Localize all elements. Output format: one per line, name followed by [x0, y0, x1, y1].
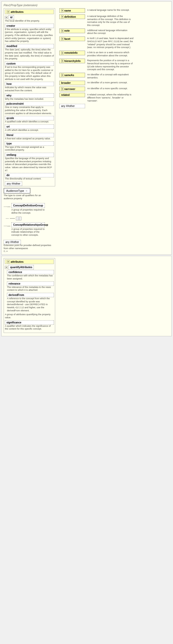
right-label-facet: ≡ facet — [59, 37, 85, 41]
attr-why-label: why — [5, 93, 54, 98]
attr-significance: significance A qualifier which indicates… — [5, 320, 54, 331]
any-other-label: any ##other — [5, 182, 22, 186]
right-desc-note: Additional natural language information … — [87, 29, 134, 35]
right-items-list: ≡ name A natural language name for the c… — [59, 8, 169, 108]
attr-creator-desc: If the attribute is empty, specifies whi… — [5, 28, 54, 43]
attr-id-desc: The local identifier of the property. — [5, 20, 54, 23]
attr-creator: creator If the attribute is empty, speci… — [5, 24, 54, 43]
attr-id: ≡ id The local identifier of the propert… — [5, 15, 54, 23]
narrower-icon: ≡ — [61, 87, 63, 90]
audience-type-row: AudienceType → — [4, 188, 55, 194]
quantify-icon: ≡ — [5, 266, 8, 269]
attr-type: type The type of the concept assigned as… — [5, 141, 54, 152]
bottom-layout: ≡ attributes ≡ quantifyAttributes confid… — [4, 258, 169, 334]
attr-creator-label: creator — [5, 24, 54, 28]
right-desc-narrower: An identifier of a more specific concept… — [87, 87, 128, 90]
main-diagram: Flex1PropType (extension) ≡ attributes ≡ — [1, 1, 172, 255]
concept-rel-row: ⋯ ConceptRelationshipsGroup A group of p… — [4, 222, 55, 237]
attr-uri-label: uri — [5, 124, 54, 129]
attr-custom-label: custom — [5, 61, 54, 66]
right-label-broader: broader — [59, 81, 85, 85]
attr-pubconstraint: pubconstraint One or many constraints th… — [5, 102, 54, 115]
right-label-name: ≡ name — [59, 8, 85, 13]
attr-dir-label: dir — [5, 173, 54, 177]
concept-rel-group-box: ConceptRelationshipsGroup A group of pro… — [11, 222, 45, 237]
right-item-facet: ≡ facet In NAR 1.8 and later, facet is d… — [59, 37, 169, 49]
attr-confidence: confidence The confidence with which the… — [7, 270, 54, 280]
any-other-ext-row: any ##other Extension point for provider… — [4, 240, 55, 252]
sameas-icon: ≡ — [61, 74, 63, 77]
right-item-hierarchyinfo: ≡ hierarchyInfo Represents the position … — [59, 59, 169, 71]
attr-literal: literal A free-text value assigned as pr… — [5, 133, 54, 140]
any-other-ext-label: any ##other — [4, 240, 21, 244]
right-label-narrower: ≡ narrower — [59, 87, 85, 91]
attr-modified-label: modified — [5, 44, 54, 48]
diagram-title: Flex1PropType (extension) — [4, 4, 169, 7]
right-label-anyother: any ##other — [59, 104, 85, 108]
bottom-attributes-section: ≡ attributes ≡ quantifyAttributes confid… — [4, 258, 55, 333]
concept-def-row: ⋯ ConceptDefinitionGroup A group of prop… — [4, 203, 55, 214]
right-item-related: related A related concept, where the rel… — [59, 93, 169, 102]
bottom-attr-icon: ≡ — [7, 260, 10, 263]
quantify-group-desc: A group of attributes quantifying the pr… — [5, 313, 54, 319]
id-icon: ≡ — [5, 16, 8, 19]
attr-qcode-desc: A qualified code which identifies a conc… — [5, 120, 54, 123]
attr-modified-desc: The date (and, optionally, the time) whe… — [5, 48, 54, 60]
right-desc-broader: An identifier of a more generic concept. — [87, 81, 128, 84]
attr-pubconstraint-desc: One or many constraints that apply to pu… — [5, 106, 54, 115]
concept-rel-desc: A group of properties required to indica… — [11, 228, 45, 237]
attributes-header: ≡ attributes — [5, 10, 54, 14]
audience-type-label: AudienceType — [6, 189, 24, 192]
remoteinfo-icon: ≡ — [61, 51, 63, 55]
attr-xmllang-desc: Specifies the language of this property … — [5, 157, 54, 172]
audience-type-arrow: → — [25, 189, 28, 192]
right-item-name: ≡ name A natural language name for the c… — [59, 8, 169, 13]
right-desc-related: A related concept, where the relationshi… — [87, 93, 134, 102]
right-label-related: related — [59, 93, 85, 97]
attributes-section: ≡ attributes ≡ id The local identifier o… — [4, 8, 55, 186]
right-label-hierarchyinfo: ≡ hierarchyInfo — [59, 59, 85, 63]
right-item-broader: broader An identifier of a more generic … — [59, 81, 169, 85]
right-panel: ≡ name A natural language name for the c… — [57, 8, 169, 108]
right-item-sameas: ≡ sameAs An identifier of a concept with… — [59, 73, 169, 79]
attr-literal-desc: A free-text value assigned as property v… — [5, 137, 54, 140]
quantify-group: ≡ quantifyAttributes confidence The conf… — [5, 265, 54, 319]
connector-symbol: ⬜ — [16, 217, 21, 220]
concept-def-group-box: ConceptDefinitionGroup A group of proper… — [11, 203, 45, 214]
bottom-attributes-header: ≡ attributes — [5, 259, 54, 264]
attr-dir: dir The directionality of textual conten… — [5, 173, 54, 180]
attr-literal-label: literal — [5, 133, 54, 137]
definition-icon: ≡ — [61, 15, 63, 18]
any-other-ext-desc: Extension point for provider-defined pro… — [4, 244, 55, 250]
right-item-anyother: any ##other — [59, 104, 169, 108]
concept-groups: ⋯ ConceptDefinitionGroup A group of prop… — [4, 203, 55, 252]
attr-custom: custom If set to true the corresponding … — [5, 61, 54, 81]
attr-relevance: relevance The relevance of the metadata … — [7, 282, 54, 292]
right-item-remoteinfo: ≡ remoteInfo A link to an item or a web … — [59, 51, 169, 57]
right-label-remoteinfo: ≡ remoteInfo — [59, 51, 85, 55]
attr-why: why Why the metadata has been included. — [5, 93, 54, 101]
right-desc-name: A natural language name for the concept. — [87, 8, 130, 12]
attr-qcode-label: qcode — [5, 116, 54, 120]
attr-significance-label: significance — [5, 320, 54, 325]
attr-confidence-label: confidence — [7, 270, 54, 274]
attr-type-label: type — [5, 141, 54, 146]
right-item-note: ≡ note Additional natural language infor… — [59, 29, 169, 35]
attr-uri: uri A URI which identifies a concept. — [5, 124, 54, 132]
attr-modified: modified The date (and, optionally, the … — [5, 44, 54, 60]
attr-how-desc: Indicates by which means the value was e… — [5, 86, 54, 92]
attr-derivedfrom-desc: A reference to the concept from which th… — [7, 297, 54, 312]
right-desc-sameas: An identifier of a concept with equivale… — [87, 73, 134, 79]
concept-def-desc: A group of properties required to define… — [11, 208, 45, 214]
right-desc-remoteinfo: A link to an item or a web resource whic… — [87, 51, 134, 57]
quantify-label: quantifyAttributes — [9, 265, 34, 269]
attr-box-icon: ≡ — [7, 10, 10, 13]
attr-xmllang: xmllang Specifies the language of this p… — [5, 153, 54, 172]
note-icon: ≡ — [61, 29, 63, 32]
attr-why-desc: Why the metadata has been included. — [5, 98, 54, 101]
attr-xmllang-label: xmllang — [5, 153, 54, 157]
attr-how: how Indicates by which means the value w… — [5, 82, 54, 92]
small-connector-box: ⋯ ⬜ — [6, 217, 55, 220]
right-item-definition: ≡ definition A natural language definiti… — [59, 14, 169, 27]
attr-relevance-label: relevance — [7, 282, 54, 286]
